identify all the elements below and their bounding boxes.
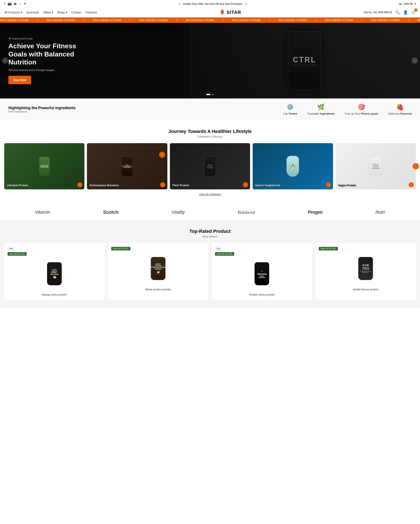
products-title: Top-Rated Product xyxy=(4,229,416,234)
instagram-icon[interactable]: 📸 xyxy=(8,2,12,6)
nav-offers[interactable]: Offers ▾ xyxy=(43,11,53,14)
hero-prev-button[interactable]: ‹ xyxy=(2,58,9,64)
performance-image: DAILYPERFORMANCEBOOSTERS ✕ xyxy=(87,143,167,189)
collection-lifestyle[interactable]: LIFESTYLENUTRITION Lifestyle Protein → xyxy=(4,143,84,189)
brand-balanced: Balanced xyxy=(238,210,255,215)
nav-contact[interactable]: Contact xyxy=(71,11,81,14)
collection-subtitle: Essentials Collection xyxy=(4,135,416,138)
sports-shaker: 🔥 xyxy=(286,156,299,177)
hero-dots xyxy=(206,94,214,95)
product-2-save-badge: Save $2.00 USD xyxy=(111,247,131,250)
youtube-icon[interactable]: ▶ xyxy=(14,2,17,6)
nav-blogs[interactable]: Blogs ▾ xyxy=(57,11,67,14)
product-1-new-badge: New xyxy=(8,247,15,250)
prev-arrow[interactable]: ‹ xyxy=(179,2,180,5)
lab-tested-icon: ⚙️ xyxy=(286,104,294,110)
view-all-link[interactable]: View All Collection xyxy=(4,193,416,196)
hero-subtitle: Tell your brand's story through images xyxy=(9,69,96,72)
nav-left: All Products ▾ Ayurveda Offers ▾ Blogs ▾… xyxy=(4,11,97,14)
product-2-image: WHEY PROTEIN CONCENTRATE POWDER 🥥 xyxy=(111,252,205,285)
product-3-new-badge: New xyxy=(215,247,222,250)
features-bar: Highlighting the Powerful ingredients fi… xyxy=(0,98,420,120)
lifestyle-image: LIFESTYLENUTRITION xyxy=(4,143,84,189)
flavored-label: Delicious Flavored xyxy=(388,112,411,115)
search-icon[interactable]: 🔍 xyxy=(395,10,400,15)
features-items: ⚙️ Lab Tested 🌿 Traceable Ingredients 🎯 … xyxy=(283,104,411,115)
hero-content: 🌾 Nutrient-Rich Foods Achieve Your Fitne… xyxy=(0,29,105,92)
products-section: Top-Rated Product Best Sellers New Save … xyxy=(0,220,420,308)
product-1-save-badge: Save $2.00 USD xyxy=(8,252,27,256)
nav-features[interactable]: Features xyxy=(86,11,97,14)
brand-vitamin: Vitamin xyxy=(35,210,50,215)
performance-arrow[interactable]: → xyxy=(160,182,165,187)
top-right: 🇮🇳 India ($) ▾ xyxy=(399,2,416,5)
ticker-content: New Collection in Powder • New Collectio… xyxy=(0,19,420,22)
traceable-label: Traceable Ingredients xyxy=(307,112,335,115)
sports-arrow[interactable]: → xyxy=(326,182,331,187)
product-2-name: Whey protein powder xyxy=(111,288,205,291)
product-1-name: Mango whey protein xyxy=(8,293,101,296)
lab-tested-label: Lab Tested xyxy=(283,112,297,115)
features-sub: finest ingredients xyxy=(9,110,76,113)
product-4-image: GYM VANILLA FLAVOUR NUTRITION POST WORKO… xyxy=(319,252,412,285)
fitness-icon: 🎯 xyxy=(358,104,365,110)
collection-grid: LIFESTYLENUTRITION Lifestyle Protein → D… xyxy=(4,143,416,189)
collection-section: Journey Towards A Healthier Lifestyle Es… xyxy=(0,120,420,204)
main-nav: All Products ▾ Ayurveda Offers ▾ Blogs ▾… xyxy=(0,8,420,17)
promo-bar: ‹ Limited Time Offer: Get 20% Off Your N… xyxy=(179,2,246,6)
nav-ayurveda[interactable]: Ayurveda xyxy=(26,11,39,14)
vegan-arrow[interactable]: → xyxy=(409,182,414,187)
collection-wrapper: LIFESTYLENUTRITION Lifestyle Protein → D… xyxy=(4,143,416,189)
product-3-bottle: + PROTEIN WHEY POWDER xyxy=(254,262,269,285)
features-heading-bold: Powerful ingredients xyxy=(38,106,76,110)
dot-2[interactable] xyxy=(212,94,214,95)
performance-label: Performance Boosters xyxy=(89,184,119,187)
hero-title: Achieve Your Fitness Goals with Balanced… xyxy=(9,42,96,66)
products-subtitle: Best Sellers xyxy=(4,235,416,238)
hero-section: CTRL A MEAL REPLACEMENT 🌾 Nutrient-Rich … xyxy=(0,23,420,98)
collection-performance[interactable]: DAILYPERFORMANCEBOOSTERS ✕ Performance B… xyxy=(87,143,167,189)
buy-now-button[interactable]: Buy Now xyxy=(9,76,31,84)
region-label[interactable]: India ($) xyxy=(404,2,413,5)
nav-right: Call Us: +91 1800 888 33 🔍 👤 🛒0 xyxy=(363,10,416,15)
dot-1[interactable] xyxy=(206,94,210,95)
product-4[interactable]: Save $1.00 USD GYM VANILLA FLAVOUR NUTRI… xyxy=(315,243,416,300)
feature-traceable: 🌿 Traceable Ingredients xyxy=(307,104,335,115)
sports-image: 🔥 xyxy=(253,143,333,189)
cart-icon[interactable]: 🛒0 xyxy=(411,10,416,15)
feature-flavored: 🍓 Delicious Flavored xyxy=(388,104,411,115)
nav-all-products[interactable]: All Products ▾ xyxy=(4,11,22,14)
hero-next-button[interactable]: › xyxy=(411,58,418,64)
product-2-bottle: WHEY PROTEIN CONCENTRATE POWDER 🥥 xyxy=(151,257,166,280)
collection-vegan[interactable]: EVOLVVEGANPROTEIN Vegan Protein → xyxy=(336,143,416,189)
logo-text: SITAR xyxy=(227,10,241,15)
brands-section: Vitamin Scotch Vitality Balanced Progen … xyxy=(0,204,420,220)
phone-label: Call Us: +91 1800 888 33 xyxy=(363,11,392,14)
product-4-name: Vanilla flavour protein xyxy=(319,288,412,291)
product-1[interactable]: New Save $2.00 USD 100% WHEY PROTEIN 🍋 M… xyxy=(4,243,105,300)
promo-text: Limited Time Offer: Get 20% Off Your Nex… xyxy=(183,2,242,5)
hero-badge: 🌾 Nutrient-Rich Foods xyxy=(9,37,96,40)
brand-progen: Progen xyxy=(308,210,323,215)
site-logo[interactable]: 🏺 SITAR xyxy=(219,10,241,15)
cart-count: 0 xyxy=(414,9,418,12)
logo-icon: 🏺 xyxy=(219,10,225,15)
features-heading: Highlighting the Powerful ingredients xyxy=(9,106,76,110)
collection-title: Journey Towards A Healthier Lifestyle xyxy=(4,129,416,134)
twitter-icon[interactable]: ✕ xyxy=(24,2,26,6)
account-icon[interactable]: 👤 xyxy=(403,10,408,15)
collection-sports[interactable]: 🔥 Sports Supplement → xyxy=(253,143,333,189)
fitness-label: Fuel up Your Fitness goals xyxy=(345,112,378,115)
next-arrow[interactable]: › xyxy=(245,2,246,5)
tiktok-icon[interactable]: ♪ xyxy=(19,2,21,6)
collection-next-button[interactable]: › xyxy=(413,163,419,169)
product-2[interactable]: Save $2.00 USD WHEY PROTEIN CONCENTRATE … xyxy=(108,243,208,300)
vegan-image: EVOLVVEGANPROTEIN xyxy=(336,143,416,189)
feature-fitness: 🎯 Fuel up Your Fitness goals xyxy=(345,104,378,115)
facebook-icon[interactable]: f xyxy=(4,2,5,6)
product-3-image: + PROTEIN WHEY POWDER xyxy=(215,257,309,290)
collection-plant[interactable]: DAILYPLANTPROTEIN Plant Protein → xyxy=(170,143,250,189)
social-icons: f 📸 ▶ ♪ ✕ xyxy=(4,2,26,6)
product-3[interactable]: New Save $1.00 USD + PROTEIN WHEY POWDER… xyxy=(212,243,312,300)
badge-icon: 🌾 xyxy=(9,37,11,40)
